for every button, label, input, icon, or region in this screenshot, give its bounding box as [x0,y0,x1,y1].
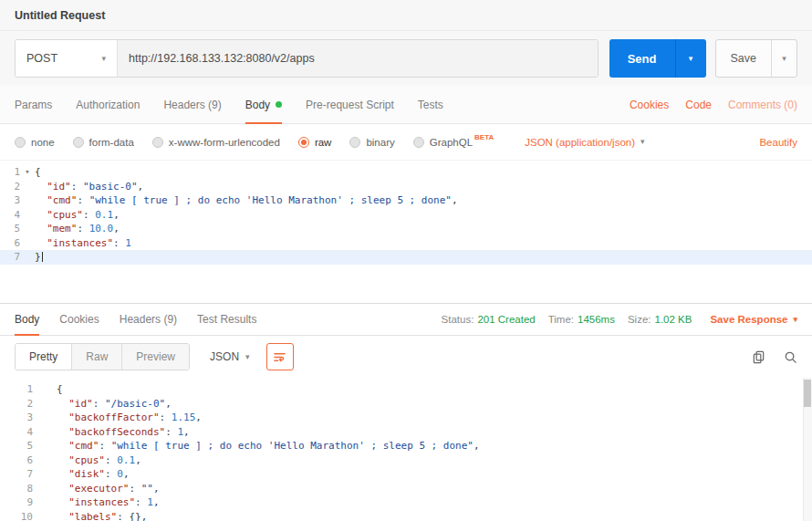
send-button[interactable]: Send [609,39,675,78]
wrap-text-button[interactable] [266,343,294,370]
copy-icon [752,350,765,364]
size-value: 1.02 KB [655,314,692,325]
cookies-link[interactable]: Cookies [630,99,669,111]
code-line: 6 "cpus": 0.1, [0,453,812,468]
tab-tests[interactable]: Tests [418,86,443,123]
comments-link[interactable]: Comments (0) [728,99,797,111]
request-body-editor[interactable]: 1▾{2 "id": "basic-0",3 "cmd": "while [ t… [0,161,812,304]
code-line: 3 "backoffFactor": 1.15, [0,411,812,425]
response-tab-headers[interactable]: Headers (9) [120,304,177,335]
response-meta: Status: 201 Created Time: 1456ms Size: 1… [442,304,797,335]
body-type-form-data[interactable]: form-data [73,137,134,148]
tab-label: Test Results [197,313,256,326]
response-tab-body[interactable]: Body [15,304,39,335]
tab-label: Params [15,99,52,111]
response-code: 1{2 "id": "/basic-0",3 "backoffFactor": … [0,382,812,521]
request-title: Untitled Request [15,9,105,22]
body-type-graphql[interactable]: GraphQL BETA [413,137,494,148]
line-number: 4 [0,208,20,223]
body-type-bar: none form-data x-www-form-urlencoded raw… [0,124,812,161]
url-input[interactable] [118,40,598,77]
copy-response-button[interactable] [752,350,765,364]
code-text: "id": "/basic-0", [47,397,172,412]
tab-label: Cookies [59,313,99,326]
chevron-down-icon: ▾ [782,55,786,63]
body-type-raw[interactable]: raw [298,137,332,148]
url-group: POST ▾ [15,39,599,78]
code-link[interactable]: Code [685,99,712,111]
fold-gutter [20,208,35,223]
time-value: 1456ms [578,314,615,325]
search-icon [784,350,797,364]
response-tab-cookies[interactable]: Cookies [59,304,99,335]
body-type-urlencoded[interactable]: x-www-form-urlencoded [152,137,280,148]
request-titlebar: Untitled Request [0,0,812,31]
save-options-button[interactable]: ▾ [771,40,796,77]
response-language-select[interactable]: JSON ▾ [201,343,259,370]
method-label: POST [26,52,57,65]
tab-label: Headers (9) [163,99,221,111]
size-pair: Size: 1.02 KB [628,314,692,325]
line-number: 3 [0,411,33,425]
save-response-button[interactable]: Save Response ▾ [710,314,797,325]
tab-headers[interactable]: Headers (9) [163,86,221,123]
fold-gutter [33,495,47,510]
code-text: "mem": 10.0, [35,222,120,236]
chevron-down-icon: ▾ [689,55,693,63]
tab-pre-request-script[interactable]: Pre-request Script [306,86,394,123]
fold-gutter [33,467,47,482]
response-scrollbar[interactable] [803,378,812,521]
send-options-button[interactable]: ▾ [675,39,706,78]
fold-gutter [33,425,47,440]
fold-gutter [20,250,35,265]
line-number: 1 [0,382,33,397]
body-type-label: binary [366,137,394,148]
radio-icon [413,137,424,148]
response-header: Body Cookies Headers (9) Test Results St… [0,303,812,336]
radio-icon [73,137,84,148]
save-button-group: Save ▾ [715,39,798,78]
response-body-editor[interactable]: 1{2 "id": "/basic-0",3 "backoffFactor": … [0,378,812,521]
save-response-label: Save Response [710,314,787,325]
raw-tab[interactable]: Raw [72,344,122,370]
scrollbar-thumb[interactable] [804,380,811,407]
radio-icon [15,137,26,148]
time-label: Time: [548,314,574,325]
beautify-link[interactable]: Beautify [759,137,797,148]
code-text: "labels": {}, [47,510,147,521]
code-text: } [35,250,43,265]
code-line: 1▾{ [0,165,812,180]
radio-selected-icon [298,137,309,148]
tab-authorization[interactable]: Authorization [76,86,140,123]
code-line: 4 "backoffSeconds": 1, [0,425,812,440]
fold-gutter [20,222,35,236]
fold-gutter [20,180,35,194]
preview-tab[interactable]: Preview [122,344,189,370]
fold-gutter [33,510,47,521]
code-line: 10 "labels": {}, [0,510,812,521]
body-type-none[interactable]: none [15,137,55,148]
code-text: { [35,165,41,180]
code-text: { [47,382,63,397]
tab-params[interactable]: Params [15,86,52,123]
code-line: 7} [0,250,812,265]
search-response-button[interactable] [784,350,797,364]
line-number: 9 [0,495,33,510]
method-select[interactable]: POST ▾ [16,40,118,77]
tab-label: Headers (9) [120,313,177,326]
code-text: "executor": "", [47,482,160,496]
response-tab-test-results[interactable]: Test Results [197,304,256,335]
fold-caret-icon[interactable]: ▾ [20,165,35,180]
line-number: 6 [0,453,33,468]
save-button[interactable]: Save [716,40,772,77]
content-type-select[interactable]: JSON (application/json) ▾ [525,137,644,148]
code-line: 8 "executor": "", [0,482,812,496]
wrap-text-icon [273,350,286,364]
code-text: "disk": 0, [47,467,130,482]
size-label: Size: [628,314,651,325]
request-builder: POST ▾ Send ▾ Save ▾ [0,31,812,86]
body-type-binary[interactable]: binary [349,137,394,148]
line-number: 4 [0,425,33,440]
tab-body[interactable]: Body [245,86,282,123]
pretty-tab[interactable]: Pretty [16,344,72,370]
